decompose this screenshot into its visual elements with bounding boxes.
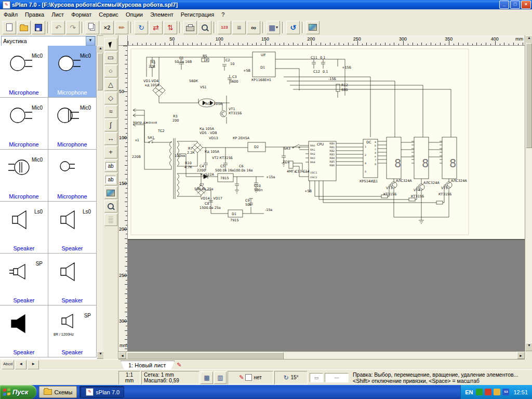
textbox-tool[interactable]: ab	[104, 173, 117, 185]
library-item-speaker-11[interactable]: SP8R / 1200HzSpeaker	[48, 305, 97, 357]
rotate-icon: ↻	[138, 24, 144, 31]
h-scrollbar-thumb[interactable]	[127, 352, 284, 360]
format-paint-button[interactable]: ✏	[115, 21, 128, 34]
menu-item-6[interactable]: Элемент	[147, 10, 177, 19]
close-button[interactable]: ×	[521, 1, 531, 9]
save-button[interactable]	[32, 21, 45, 34]
sheet-tab[interactable]: 1: Новый лист	[121, 361, 175, 369]
canvas-vertical-scrollbar[interactable]: ▲ ▼	[525, 35, 532, 351]
library-item-speaker-6[interactable]: Ls0Speaker	[0, 202, 48, 254]
undo-button[interactable]: ↶	[51, 21, 65, 34]
library-item-microphone-0[interactable]: Mic0Microphone	[0, 46, 48, 98]
node-tool[interactable]: +	[104, 146, 117, 158]
shield-icon[interactable]	[494, 389, 500, 395]
nav-button-0[interactable]: Abcd	[2, 360, 14, 369]
library-item-microphone-5[interactable]: Microphone	[48, 150, 97, 202]
library-scrollbar[interactable]: ▲ ▼	[97, 46, 103, 359]
mirror-horizontal-button[interactable]: ⇄	[149, 21, 163, 34]
schematic-canvas[interactable]: R122КC150.0в 16ВR51КC210UlfD1КР1168ЕН1C1…	[128, 46, 525, 351]
new-document-button[interactable]	[3, 21, 16, 34]
s3-icon[interactable]: S3	[502, 389, 509, 395]
mirror-vertical-button[interactable]: ⇅	[164, 21, 177, 34]
scroll-right-icon[interactable]: ►	[517, 352, 525, 359]
special-form-tool[interactable]: ◇	[104, 92, 117, 104]
svg-text:VT3: VT3	[386, 186, 393, 190]
v-scrollbar-thumb[interactable]	[526, 43, 532, 148]
minimize-button[interactable]: _	[499, 1, 509, 9]
task-button-sPlan 7.0[interactable]: ✎sPlan 7.0	[79, 386, 124, 398]
restore-button[interactable]: □	[510, 1, 520, 9]
grid-toggle-button[interactable]: ▦	[201, 371, 213, 384]
ellipse-tool[interactable]: ○	[104, 65, 117, 77]
menu-item-8[interactable]: ?	[218, 10, 228, 19]
duplicate-x2-button[interactable]: ×2	[100, 21, 114, 34]
rotate-button[interactable]: ↻	[135, 21, 148, 34]
image-tool[interactable]	[104, 187, 117, 199]
alert-icon[interactable]	[485, 389, 491, 395]
library-item-microphone-2[interactable]: Mic0Microphone	[0, 98, 48, 150]
scroll-up-icon[interactable]: ▲	[525, 35, 532, 44]
open-button[interactable]	[17, 21, 31, 34]
antivirus-icon[interactable]	[476, 389, 483, 395]
svg-text:RA4: RA4	[310, 161, 315, 164]
library-item-microphone-4[interactable]: Mic0Microphone	[0, 150, 48, 202]
copy-button[interactable]	[86, 21, 99, 34]
scroll-down-icon[interactable]: ▼	[525, 343, 532, 351]
snap-checkbox[interactable]	[245, 374, 252, 381]
text-tool[interactable]: ab	[104, 159, 117, 172]
svg-text:SA3: SA3	[284, 147, 290, 151]
line-preview-box[interactable]: —	[325, 373, 349, 382]
brush-icon: ✏	[118, 24, 125, 31]
nav-button-1[interactable]: ◄	[15, 360, 26, 369]
parts-list-button[interactable]: ≡	[232, 21, 246, 34]
svg-text:OSC1: OSC1	[310, 171, 317, 174]
svg-text:d: d	[375, 152, 376, 154]
library-item-speaker-7[interactable]: Ls0Speaker	[48, 202, 97, 254]
menu-item-0[interactable]: Файл	[0, 10, 21, 19]
select-tool[interactable]	[104, 38, 117, 50]
redo-button[interactable]: ↷	[66, 21, 79, 34]
zoom-tool[interactable]	[104, 200, 117, 212]
library-item-speaker-9[interactable]: Speaker	[48, 254, 97, 305]
angle-value[interactable]: 15°	[290, 375, 298, 380]
polygon-tool[interactable]: △	[104, 78, 117, 91]
bezier-tool[interactable]: ∫	[104, 119, 117, 131]
rectangle-tool[interactable]: ▭	[104, 51, 117, 64]
menu-item-4[interactable]: Сервис	[95, 10, 122, 19]
canvas-horizontal-scrollbar[interactable]: ◄ ►	[118, 351, 525, 359]
export-image-button[interactable]	[306, 21, 320, 34]
library-category-select[interactable]: Акустика ▼	[1, 36, 96, 46]
start-button[interactable]: Пуск	[0, 385, 36, 399]
menu-item-7[interactable]: Регистрация	[177, 10, 218, 19]
polyline-tool[interactable]: ≈	[104, 105, 117, 118]
library-item-microphone-1[interactable]: Mic0Microphone	[48, 46, 97, 98]
chevron-down-icon[interactable]: ▼	[86, 36, 95, 46]
print-preview-button[interactable]	[198, 21, 211, 34]
library-item-speaker-8[interactable]: SPSpeaker	[0, 254, 48, 305]
grid-button[interactable]: ▦▾	[267, 21, 280, 34]
library-item-speaker-10[interactable]: Speaker	[0, 305, 48, 357]
svg-text:0.1: 0.1	[320, 56, 325, 60]
menu-item-3[interactable]: Формат	[68, 10, 95, 19]
measure-tool[interactable]: ░	[104, 214, 117, 226]
menu-item-5[interactable]: Опции	[122, 10, 147, 19]
library-item-microphone-3[interactable]: Mic0Microphone	[48, 98, 97, 150]
mic4-symbol-icon	[56, 156, 85, 183]
menu-item-1[interactable]: Правка	[21, 10, 48, 19]
print-button[interactable]	[183, 21, 197, 34]
dimension-tool[interactable]: ↔	[104, 132, 117, 145]
scroll-left-icon[interactable]: ◄	[118, 352, 126, 359]
fill-preview-box[interactable]: ▭	[310, 373, 323, 382]
language-indicator[interactable]: EN	[465, 389, 473, 395]
grid-style-button[interactable]: ▥	[214, 371, 227, 384]
zoom-refresh-button[interactable]: ↺	[286, 21, 300, 34]
find-button[interactable]: ∞	[247, 21, 260, 34]
renumber-button[interactable]: 123	[218, 21, 231, 34]
schematic-sheet[interactable]: R122КC150.0в 16ВR51КC210UlfD1КР1168ЕН1C1…	[128, 46, 525, 240]
task-button-Схемы[interactable]: Схемы	[39, 386, 77, 398]
svg-text:КР 2ЕН5А: КР 2ЕН5А	[233, 136, 250, 140]
svg-text:VD14 - VD17: VD14 - VD17	[201, 196, 222, 201]
menu-item-2[interactable]: Лист	[48, 10, 68, 19]
library-scrollbar-thumb[interactable]	[97, 53, 103, 90]
nav-button-2[interactable]: ►	[28, 360, 39, 369]
